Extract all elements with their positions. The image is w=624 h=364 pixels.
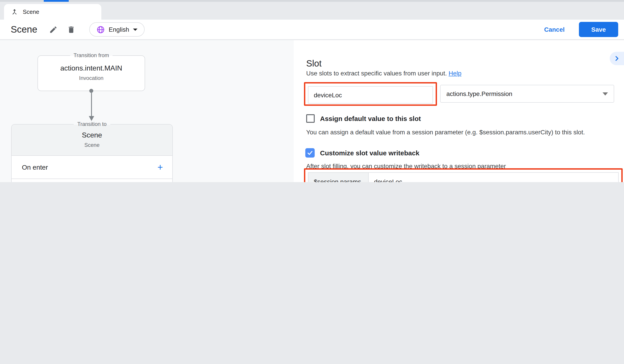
annotation-box-slot-name: deviceLoc xyxy=(304,82,437,106)
slot-type-select[interactable]: actions.type.Permission xyxy=(440,85,614,103)
header: Scene English Cancel Save xyxy=(0,20,624,40)
tab-scene[interactable]: Scene xyxy=(4,4,101,20)
slot-section-description: Use slots to extract specific values fro… xyxy=(306,70,462,77)
language-label: English xyxy=(109,26,129,33)
page-title: Scene xyxy=(11,24,37,35)
dropdown-arrow-icon xyxy=(602,92,608,95)
language-selector[interactable]: English xyxy=(89,22,145,37)
scene-node-subtitle: Scene xyxy=(12,142,172,148)
cancel-button[interactable]: Cancel xyxy=(544,26,565,33)
help-link[interactable]: Help xyxy=(449,70,462,77)
annotation-box-writeback: $session.params. deviceLoc xyxy=(304,168,623,182)
scene-editor-page: Scene Scene English Cancel Save Transiti… xyxy=(0,0,624,182)
scene-node-card: Transition to Scene Scene On enter + Con… xyxy=(11,124,173,182)
delete-scene-button[interactable] xyxy=(65,23,78,36)
writeback-row: Customize slot value writeback xyxy=(305,148,419,157)
assign-default-description: You can assign a default value from a se… xyxy=(306,129,585,136)
transition-from-legend: Transition from xyxy=(70,52,112,59)
globe-icon xyxy=(96,25,105,34)
writeback-checkbox[interactable] xyxy=(305,148,315,157)
chevron-right-icon xyxy=(613,55,621,62)
assign-default-row: Assign default value to this slot xyxy=(306,114,421,123)
top-strip xyxy=(0,0,624,2)
slot-section-title: Slot xyxy=(306,58,322,69)
tab-label: Scene xyxy=(23,8,39,15)
checkmark-icon xyxy=(307,150,313,156)
scene-node-header[interactable]: Scene Scene xyxy=(12,125,172,156)
edit-scene-button[interactable] xyxy=(47,23,60,36)
writeback-input[interactable]: $session.params. deviceLoc xyxy=(308,172,619,182)
writeback-prefix: $session.params. xyxy=(309,173,369,182)
add-on-enter-button[interactable]: + xyxy=(157,163,163,172)
writeback-label: Customize slot value writeback xyxy=(320,149,419,157)
assign-default-label: Assign default value to this slot xyxy=(320,115,421,122)
edge-start-dot xyxy=(89,89,93,93)
writeback-value[interactable]: deviceLoc xyxy=(369,173,402,182)
merge-type-icon xyxy=(11,8,18,16)
top-accent-bar xyxy=(44,0,69,2)
transition-from-node[interactable]: Transition from actions.intent.MAIN Invo… xyxy=(37,55,145,91)
collapse-panel-button[interactable] xyxy=(610,52,624,65)
slot-name-input[interactable]: deviceLoc xyxy=(308,86,433,104)
intent-name: actions.intent.MAIN xyxy=(38,64,145,72)
section-on-enter[interactable]: On enter + xyxy=(12,156,172,179)
save-button[interactable]: Save xyxy=(579,22,618,37)
edge-arrowhead-icon xyxy=(89,116,94,121)
intent-kind: Invocation xyxy=(38,75,145,81)
transition-to-legend: Transition to xyxy=(74,121,110,128)
chevron-down-icon xyxy=(133,28,138,30)
slot-detail-panel xyxy=(294,40,624,182)
assign-default-checkbox[interactable] xyxy=(306,114,315,123)
edge-line xyxy=(91,93,92,116)
section-condition[interactable]: Condition + xyxy=(12,179,172,182)
